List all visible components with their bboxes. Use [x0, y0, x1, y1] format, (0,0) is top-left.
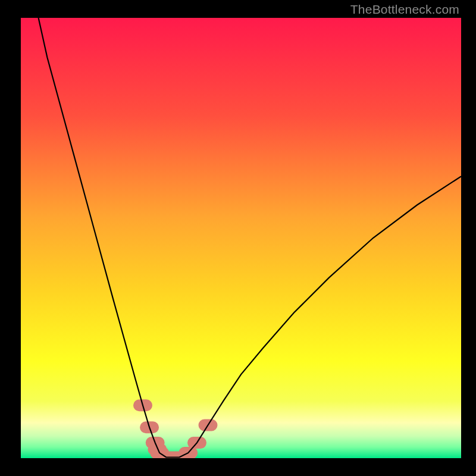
bottleneck-curve [39, 18, 461, 458]
chart-frame: TheBottleneck.com [0, 0, 476, 476]
watermark-text: TheBottleneck.com [350, 2, 459, 17]
chart-curve-layer [21, 18, 461, 458]
plot-area [21, 18, 461, 458]
highlight-markers [139, 405, 212, 457]
